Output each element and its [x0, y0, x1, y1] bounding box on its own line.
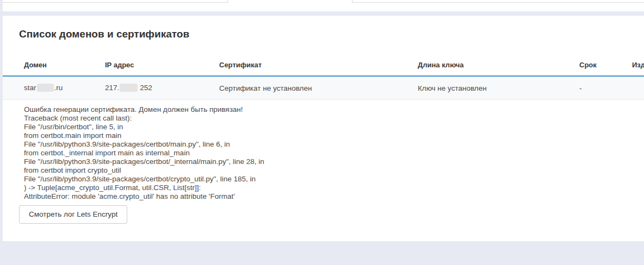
error-log-line: from certbot.main import main — [24, 131, 644, 140]
redacted-ip-block — [120, 84, 138, 92]
key-length-cell: Ключ не установлен — [413, 84, 574, 92]
tab-partial-right[interactable] — [352, 0, 644, 3]
redacted-domain-block — [37, 84, 54, 92]
page-title: Список доменов и сертификатов — [19, 28, 644, 40]
view-letsencrypt-log-button[interactable]: Смотреть лог Lets Encrypt — [19, 205, 127, 224]
column-header-certificate: Сертификат — [214, 61, 413, 69]
domain-prefix: star — [24, 84, 36, 92]
certificate-cell: Сертификат не установлен — [214, 84, 413, 92]
tab-partial-left[interactable] — [3, 0, 227, 3]
table-header-row: Домен IP адрес Сертификат Длина ключа Ср… — [3, 61, 644, 77]
error-log-line: Ошибка генерации сертификата. Домен долж… — [24, 105, 644, 114]
table-row[interactable]: star.ru 217.252 Сертификат не установлен… — [3, 77, 644, 100]
ip-cell: 217.252 — [100, 84, 214, 93]
error-log-line: ) -> Tuple[acme_crypto_util.Format, util… — [24, 184, 644, 192]
tab-bar — [3, 0, 644, 11]
domains-panel: Список доменов и сертификатов Домен IP а… — [3, 16, 644, 241]
column-header-issuer: Изд — [627, 61, 644, 69]
error-log-line: File "/usr/bin/certbot", line 5, in — [24, 123, 644, 131]
error-log-line: File "/usr/lib/python3.9/site-packages/c… — [24, 175, 644, 184]
tab-active-partial[interactable] — [227, 0, 352, 3]
domains-table: Домен IP адрес Сертификат Длина ключа Ср… — [3, 61, 644, 100]
domain-suffix: .ru — [54, 84, 63, 92]
error-log-line: File "/usr/lib/python3.9/site-packages/c… — [24, 157, 644, 166]
column-header-ip: IP адрес — [100, 61, 214, 69]
error-log-line: from certbot import crypto_util — [24, 166, 644, 175]
column-header-key-length: Длина ключа — [413, 61, 574, 69]
error-log-line: AttributeError: module 'acme.crypto_util… — [24, 192, 644, 201]
domain-cell: star.ru — [19, 84, 100, 93]
error-log-line: from certbot._internal import main as in… — [24, 149, 644, 157]
validity-cell: - — [574, 84, 627, 92]
column-header-validity: Срок — [574, 61, 627, 69]
error-log-line: File "/usr/lib/python3.9/site-packages/c… — [24, 140, 644, 149]
error-log-line: Traceback (most recent call last): — [24, 114, 644, 123]
ip-prefix: 217. — [105, 84, 119, 92]
column-header-domain: Домен — [19, 61, 100, 69]
certificate-error-log: Ошибка генерации сертификата. Домен долж… — [24, 105, 644, 201]
ip-suffix: 252 — [140, 84, 152, 92]
